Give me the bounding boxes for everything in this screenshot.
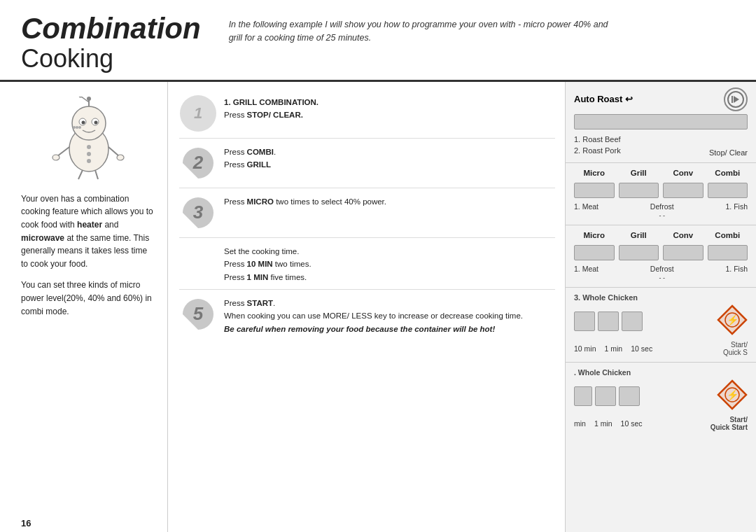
page-title-block: Combination Cooking	[21, 13, 201, 73]
step-4-row: Set the cooking time. Press 10 MIN two t…	[179, 238, 555, 290]
step-1-text: 1. GRILL COMBINATION. Press STOP/ CLEAR.	[224, 94, 318, 122]
timer-1-1min[interactable]	[598, 312, 619, 331]
start-btn-1[interactable]: ⚡	[717, 304, 748, 338]
timer-2-row: ⚡	[574, 379, 748, 413]
step-5-row: 5 Press START. When cooking you can use …	[179, 290, 555, 531]
timer-2-min[interactable]	[574, 386, 592, 406]
svg-point-14	[52, 155, 59, 160]
step-2-circle: 2	[179, 144, 217, 182]
mgcc-1-combi-btn[interactable]	[708, 183, 748, 198]
mgcc-2-buttons	[574, 245, 748, 260]
title-italic: Combination	[21, 13, 201, 45]
svg-point-21	[87, 159, 91, 163]
step-4-text: Set the cooking time. Press 10 MIN two t…	[224, 244, 312, 284]
header-description: In the following example I will show you…	[229, 13, 621, 45]
middle-column: 1 1. GRILL COMBINATION. Press STOP/ CLEA…	[168, 82, 566, 532]
mgcc-2-combi: Combi	[708, 231, 748, 239]
auto-roast-arrow: ↩	[625, 94, 633, 104]
svg-text:⚡: ⚡	[727, 389, 739, 401]
svg-text:⚡: ⚡	[727, 314, 739, 326]
step-3-text: Press MICRO two times to select 40% powe…	[224, 194, 386, 208]
time-label-10min: 10 min	[574, 344, 596, 353]
mgcc-1-conv: Conv	[663, 169, 704, 177]
time-label-1min-2: 1 min	[594, 419, 612, 428]
left-para-1: Your oven has a combination cooking feat…	[21, 192, 156, 271]
mgcc-2-defrost: Defrost- -	[650, 265, 674, 281]
mgcc-2-grill-btn[interactable]	[619, 245, 659, 260]
roast-list: 1. Roast Beef 2. Roast Pork	[574, 134, 621, 157]
step-5-number: 5	[179, 295, 217, 333]
mgcc-2-conv: Conv	[663, 231, 704, 239]
main-content: Your oven has a combination cooking feat…	[0, 82, 756, 532]
mgcc-1-header-row: Micro Grill Conv Combi	[574, 169, 748, 177]
svg-point-11	[76, 126, 78, 129]
mascot-area	[21, 93, 156, 184]
timer-1-10sec[interactable]	[622, 312, 643, 331]
mgcc-2-micro-btn[interactable]	[574, 245, 615, 260]
time-label-10sec: 10 sec	[631, 344, 652, 353]
mgcc-1-sub-left: 1. Meat	[574, 202, 598, 211]
svg-point-12	[73, 126, 76, 129]
svg-line-18	[95, 170, 98, 179]
svg-point-9	[94, 120, 97, 124]
mascot-icon	[50, 97, 127, 181]
mgcc-1-micro: Micro	[574, 169, 615, 177]
auto-roast-input[interactable]	[574, 114, 748, 130]
mgcc-2-bottom: 1. Meat Defrost- - 1. Fish	[574, 265, 748, 281]
svg-point-10	[78, 126, 81, 129]
panel-mgcc-2: Micro Grill Conv Combi 1. Meat Defrost- …	[566, 225, 756, 288]
timer-2-1min[interactable]	[595, 386, 616, 406]
svg-marker-26	[734, 96, 739, 103]
mgcc-1-defrost: Defrost- -	[650, 202, 674, 219]
left-para-2: You can set three kinds of micro power l…	[21, 279, 156, 318]
step-2-number: 2	[179, 144, 217, 182]
panel-mgcc-1: Micro Grill Conv Combi 1. Meat Defrost- …	[566, 163, 756, 225]
timer-2-time-labels: min 1 min 10 sec	[574, 419, 643, 428]
mgcc-1-grill-btn[interactable]	[619, 183, 659, 198]
step-5-text: Press START. When cooking you can use MO…	[224, 295, 523, 335]
start-btn-2[interactable]: ⚡	[717, 379, 748, 413]
start-icon-2: ⚡	[717, 379, 748, 410]
mgcc-1-conv-btn[interactable]	[663, 183, 704, 198]
svg-point-16	[117, 155, 124, 160]
panel-timer-1: 3. Whole Chicken ⚡	[566, 288, 756, 363]
svg-point-1	[72, 106, 106, 140]
timer-2-10sec[interactable]	[619, 386, 640, 406]
start-quick-label-1: Start/Quick S	[723, 341, 748, 356]
svg-point-20	[87, 152, 91, 156]
mgcc-1-bottom: 1. Meat Defrost- - 1. Fish	[574, 202, 748, 219]
mgcc-2-sub-left: 1. Meat	[574, 265, 598, 273]
svg-point-19	[87, 145, 91, 149]
time-label-min: min	[574, 419, 586, 428]
page-header: Combination Cooking In the following exa…	[0, 0, 756, 82]
timer-1-label: 3. Whole Chicken	[574, 293, 748, 302]
mgcc-2-conv-btn[interactable]	[663, 245, 704, 260]
timer-2-labels-row: min 1 min 10 sec Start/Quick Start	[574, 416, 748, 431]
svg-point-8	[81, 120, 85, 124]
mgcc-1-buttons	[574, 183, 748, 198]
step-3-number: 3	[179, 194, 217, 232]
step-2-row: 2 Press COMBI. Press GRILL	[179, 139, 555, 188]
timer-1-row: ⚡	[574, 304, 748, 338]
step-3-row: 3 Press MICRO two times to select 40% po…	[179, 188, 555, 238]
step-5-circle: 5	[179, 295, 217, 333]
svg-line-15	[108, 147, 119, 156]
timer-1-10min[interactable]	[574, 312, 595, 331]
title-normal: Cooking	[21, 45, 201, 73]
mgcc-1-sub-right: 1. Fish	[725, 202, 748, 211]
right-column: Auto Roast ↩ 1. Roast Beef 2. Roast Pork…	[566, 82, 756, 532]
svg-text:2: 2	[192, 152, 204, 173]
page-number: 16	[21, 518, 156, 531]
mgcc-1-micro-btn[interactable]	[574, 183, 615, 198]
mgcc-1-combi: Combi	[708, 169, 748, 177]
mgcc-2-combi-btn[interactable]	[708, 245, 748, 260]
mgcc-1-grill: Grill	[619, 169, 659, 177]
roast-pork: 2. Roast Pork	[574, 145, 621, 157]
start-quick-label-2: Start/Quick Start	[710, 416, 748, 431]
svg-point-3	[87, 97, 91, 101]
svg-text:3: 3	[193, 202, 204, 223]
mgcc-2-grill: Grill	[619, 231, 659, 239]
mgcc-2-header-row: Micro Grill Conv Combi	[574, 231, 748, 239]
roast-options: 1. Roast Beef 2. Roast Pork Stop/ Clear	[574, 134, 748, 157]
time-label-10sec-2: 10 sec	[621, 419, 643, 428]
